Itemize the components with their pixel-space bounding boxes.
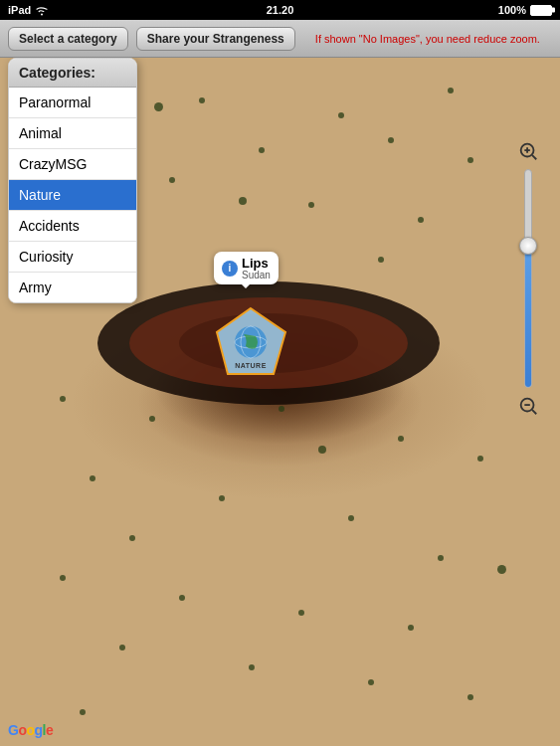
map-shrub xyxy=(169,177,175,183)
map-shrub xyxy=(378,257,384,263)
status-bar-left: iPad xyxy=(8,4,49,16)
map-shrub xyxy=(154,102,163,111)
zoom-track[interactable] xyxy=(524,169,532,388)
marker-popup: i Lips Sudan xyxy=(214,252,279,284)
map-shrub xyxy=(408,625,414,631)
battery-icon xyxy=(530,5,552,16)
svg-text:NATURE: NATURE xyxy=(235,362,267,369)
map-shrub xyxy=(497,565,506,574)
map-shrub xyxy=(259,147,265,153)
nature-badge[interactable]: NATURE xyxy=(214,306,288,388)
map-shrub xyxy=(80,709,86,715)
map-shrub xyxy=(438,555,444,561)
battery-percent: 100% xyxy=(498,4,526,16)
map-shrub xyxy=(60,575,66,581)
map-container[interactable]: i Lips Sudan NATURE Categories: Paranorm… xyxy=(0,58,560,746)
zoom-thumb[interactable] xyxy=(519,237,537,255)
category-item-paranormal[interactable]: Paranormal xyxy=(9,88,136,118)
svg-line-9 xyxy=(532,155,536,159)
wifi-icon xyxy=(35,4,49,16)
map-shrub xyxy=(418,217,424,223)
carrier-label: iPad xyxy=(8,4,31,16)
category-item-accidents[interactable]: Accidents xyxy=(9,211,136,242)
map-shrub xyxy=(129,535,135,541)
status-bar: iPad 21.20 100% xyxy=(0,0,560,20)
map-shrub xyxy=(179,595,185,601)
status-bar-right: 100% xyxy=(498,4,552,16)
map-shrub xyxy=(119,645,125,651)
categories-panel: Categories: Paranormal Animal CrazyMSG N… xyxy=(8,58,137,303)
zoom-in-icon[interactable] xyxy=(514,137,542,165)
marker-title: Lips xyxy=(242,256,269,271)
category-item-nature[interactable]: Nature xyxy=(9,180,136,211)
map-shrub xyxy=(199,97,205,103)
marker-subtitle: Sudan xyxy=(242,271,271,280)
map-shrub xyxy=(298,610,304,616)
google-logo-letter: o xyxy=(26,722,34,738)
map-marker[interactable]: i Lips Sudan xyxy=(214,252,279,284)
toolbar-warning-message: If shown "No Images", you need reduce zo… xyxy=(303,33,552,45)
zoom-out-icon[interactable] xyxy=(514,392,542,420)
map-shrub xyxy=(239,197,247,205)
map-shrub xyxy=(348,515,354,521)
map-shrub xyxy=(149,416,155,422)
categories-header: Categories: xyxy=(9,59,136,88)
map-shrub xyxy=(467,157,473,163)
zoom-fill xyxy=(525,246,531,387)
category-item-crazymsg[interactable]: CrazyMSG xyxy=(9,149,136,180)
map-shrub xyxy=(318,446,326,454)
status-bar-time: 21.20 xyxy=(267,4,294,16)
category-item-animal[interactable]: Animal xyxy=(9,118,136,149)
map-shrub xyxy=(368,679,374,685)
map-shrub xyxy=(398,436,404,442)
map-shrub xyxy=(249,664,255,670)
svg-line-13 xyxy=(532,410,536,414)
info-icon: i xyxy=(222,261,238,277)
google-logo: Google xyxy=(8,722,53,738)
marker-text: Lips Sudan xyxy=(242,256,271,280)
google-logo-letter: e xyxy=(46,722,53,738)
select-category-button[interactable]: Select a category xyxy=(8,27,128,51)
map-shrub xyxy=(308,202,314,208)
google-logo-letter: G xyxy=(8,722,18,738)
map-shrub xyxy=(477,456,483,462)
google-logo-letter: g xyxy=(35,722,43,738)
map-shrub xyxy=(60,396,66,402)
map-shrub xyxy=(219,495,225,501)
share-strangeness-button[interactable]: Share your Strangeness xyxy=(136,27,295,51)
map-shrub xyxy=(338,112,344,118)
zoom-slider-container xyxy=(514,137,542,446)
toolbar: Select a category Share your Strangeness… xyxy=(0,20,560,58)
category-item-curiosity[interactable]: Curiosity xyxy=(9,242,136,273)
category-item-army[interactable]: Army xyxy=(9,273,136,302)
map-shrub xyxy=(90,475,95,481)
nature-pentagon-shape: NATURE xyxy=(214,306,288,384)
map-shrub xyxy=(467,694,473,700)
map-shrub xyxy=(448,88,454,93)
map-shrub xyxy=(388,137,394,143)
